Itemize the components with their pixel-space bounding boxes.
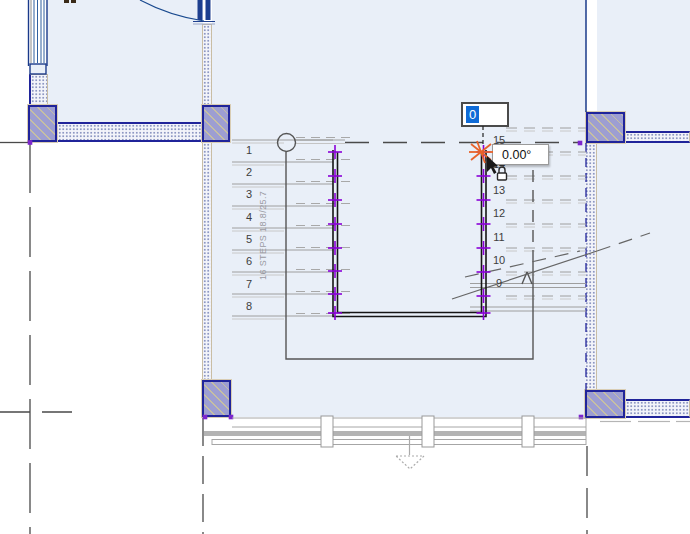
snap-layer	[0, 0, 690, 534]
plan-canvas[interactable]: 16 STEPS 18.8/25.7 0 0.00° 1234567816151…	[0, 0, 690, 534]
padlock-icon[interactable]	[495, 165, 509, 182]
